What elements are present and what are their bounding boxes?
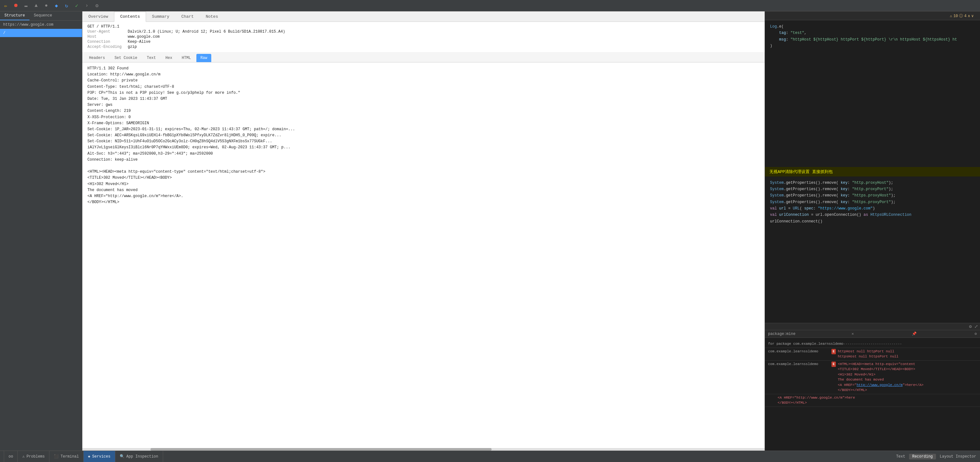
cloud-icon[interactable]: ▲ <box>33 3 39 9</box>
response-body[interactable]: HTTP/1.1 302 Found Location: http://www.… <box>82 62 765 448</box>
preview-link[interactable]: http://www.google.cn/m <box>796 396 842 400</box>
log-pkg-2: com.example.learnssldemo <box>768 362 832 367</box>
bookmark-icon[interactable]: ◆ <box>53 3 60 9</box>
log-entry-2: com.example.learnssldemo E <HTML><HEAD><… <box>765 361 980 394</box>
left-panel: Structure Sequence https://www.google.co… <box>0 11 82 451</box>
connection-row: Connection Keep-Alive <box>88 40 760 44</box>
tab-contents[interactable]: Contents <box>114 11 146 22</box>
app-inspection-label: App Inspection <box>126 454 158 459</box>
main-container: Structure Sequence https://www.google.co… <box>0 11 980 451</box>
tab-structure[interactable]: Structure <box>0 11 29 20</box>
record-icon[interactable]: ⏺ <box>13 3 19 9</box>
tab-summary[interactable]: Summary <box>146 11 175 22</box>
oo-label: oo <box>8 454 13 459</box>
warning-count: 10 <box>953 14 958 18</box>
host-label: Host <box>88 35 126 39</box>
check-icon[interactable]: ✓ <box>73 3 80 9</box>
bug-icon[interactable]: ▬ <box>23 3 29 9</box>
arrow-icon[interactable]: › <box>84 3 90 9</box>
log-pkg-1: com.example.learnssldemo <box>768 349 832 354</box>
expand-icon[interactable]: ⤢ <box>974 324 978 329</box>
request-info: GET / HTTP/1.1 User-Agent Dalvik/2.1.0 (… <box>82 22 765 53</box>
settings-icon2[interactable]: ⚙ <box>975 331 977 336</box>
code-sys3: System.getProperties().remove( key: "htt… <box>770 192 975 199</box>
services-label: Services <box>92 454 111 459</box>
connection-label: Connection <box>88 40 126 44</box>
log-badge-1: E <box>832 349 836 354</box>
status-bar: oo ⚠ Problems ⬛ Terminal ◈ Services 🔍 Ap… <box>0 451 980 462</box>
log-pkg-header: for package com.example.learnssldemo <box>768 341 843 347</box>
scrollbar-thumb[interactable] <box>150 448 492 451</box>
circle-icon[interactable]: ● <box>43 3 49 9</box>
layout-inspector-item: Layout Inspector <box>940 454 976 459</box>
code-sys4: System.getProperties().remove( key: "htt… <box>770 199 975 206</box>
tab-chart[interactable]: Chart <box>175 11 200 22</box>
code-close: ) <box>770 43 975 49</box>
tab-html[interactable]: HTML <box>178 54 195 62</box>
tab-hex[interactable]: Hex <box>161 54 177 62</box>
layout-inspector-label: Layout Inspector <box>940 454 976 459</box>
preview-href: <A HREF="http://www.google.cn/m">here <box>778 395 855 400</box>
collapse-down-icon[interactable]: ∨ <box>972 14 974 18</box>
code-area-system: System.getProperties().remove( key: "htt… <box>765 177 980 323</box>
tab-text[interactable]: Text <box>143 54 160 62</box>
tab-sequence[interactable]: Sequence <box>29 11 57 20</box>
status-app-inspection[interactable]: 🔍 App Inspection <box>115 451 163 462</box>
code-val-conn: val urlConnection = url.openConnection()… <box>770 212 975 218</box>
right-panel-header: ⚠ 10 ⓘ 4 ∧ ∨ <box>765 11 980 20</box>
text-item: Text <box>896 454 905 459</box>
tab-set-cookie[interactable]: Set Cookie <box>110 54 141 62</box>
code-connect: urlConnection.connect() <box>770 218 975 225</box>
accept-encoding-row: Accept-Encoding gzip <box>88 45 760 49</box>
tab-overview[interactable]: Overview <box>82 11 114 22</box>
status-problems[interactable]: ⚠ Problems <box>18 451 49 462</box>
url-item-google[interactable]: https://www.google.com <box>0 21 82 29</box>
warning-status-icon: ⚠ <box>22 454 24 459</box>
warning-icon: ⚠ <box>950 14 952 18</box>
settings-icon[interactable]: ⚙ <box>94 3 100 9</box>
tab-notes[interactable]: Notes <box>200 11 224 22</box>
text-label: Text <box>896 454 905 459</box>
status-oo[interactable]: oo <box>4 451 18 462</box>
collapse-up-icon[interactable]: ∧ <box>968 14 970 18</box>
info-count: 4 <box>964 14 966 18</box>
center-scrollbar[interactable] <box>82 448 765 451</box>
connection-value: Keep-Alive <box>128 40 150 44</box>
log-badge-2: E <box>832 362 836 367</box>
log-link[interactable]: http://www.google.cn/m <box>856 383 902 387</box>
center-tabs: Overview Contents Summary Chart Notes <box>82 11 765 22</box>
right-panel: ⚠ 10 ⓘ 4 ∧ ∨ Log.e( tag: "test", msg: "h… <box>765 11 980 451</box>
accept-encoding-value: gzip <box>128 45 137 49</box>
gear-icon[interactable]: ⚙ <box>969 324 972 329</box>
user-agent-label: User-Agent <box>88 29 126 34</box>
recording-badge[interactable]: Recording <box>909 454 936 459</box>
host-row: Host www.google.com <box>88 35 760 39</box>
package-label: package:mine <box>768 332 795 336</box>
close-icon[interactable]: ✕ <box>851 331 854 336</box>
log-entry-1: com.example.learnssldemo E httpHost null… <box>765 348 980 361</box>
log-entry-header: for package com.example.learnssldemo ---… <box>765 340 980 348</box>
pin-icon[interactable]: 📌 <box>912 331 916 336</box>
right-bottom: package:mine ✕ 📌 ⚙ for package com.examp… <box>765 330 980 451</box>
pencil-icon[interactable]: ✏ <box>3 3 9 9</box>
status-right: Text Recording Layout Inspector <box>896 454 976 459</box>
refresh-icon[interactable]: ↻ <box>64 3 70 9</box>
left-tabs: Structure Sequence <box>0 11 82 21</box>
tab-headers[interactable]: Headers <box>85 54 109 62</box>
response-tabs: Headers Set Cookie Text Hex HTML Raw <box>82 53 765 62</box>
status-services[interactable]: ◈ Services <box>84 451 115 462</box>
accept-encoding-label: Accept-Encoding <box>88 45 126 49</box>
code-log-open: Log.e( <box>770 24 975 30</box>
status-terminal[interactable]: ⬛ Terminal <box>49 451 84 462</box>
problems-label: Problems <box>27 454 45 459</box>
code-sys2: System.getProperties().remove( key: "htt… <box>770 186 975 192</box>
response-text: HTTP/1.1 302 Found Location: http://www.… <box>88 65 760 206</box>
right-bottom-content: for package com.example.learnssldemo ---… <box>765 338 980 451</box>
tab-raw[interactable]: Raw <box>196 54 212 62</box>
log-entry-preview: <A HREF="http://www.google.cn/m">here </… <box>765 394 980 407</box>
method-path: GET / HTTP/1.1 <box>88 24 760 29</box>
code-sys1: System.getProperties().remove( key: "htt… <box>770 180 975 186</box>
top-toolbar: ✏ ⏺ ▬ ▲ ● ◆ ↻ ✓ › ⚙ <box>0 0 980 11</box>
url-item-root[interactable]: / <box>0 29 82 37</box>
log-dashes: ---------------------------- <box>843 341 902 347</box>
